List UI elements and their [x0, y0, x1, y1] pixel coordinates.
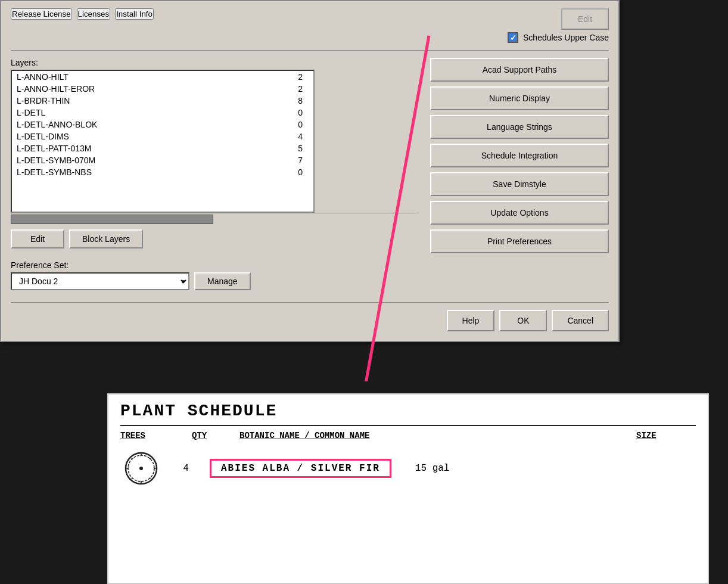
- list-item[interactable]: L-DETL-PATT-013M5: [12, 142, 313, 154]
- top-buttons-group: Release License Licenses Install Info: [11, 8, 154, 20]
- layer-name: L-DETL-PATT-013M: [17, 144, 291, 153]
- plant-qty: 4: [162, 463, 210, 474]
- print-preferences-button[interactable]: Print Preferences: [430, 229, 609, 253]
- schedules-upper-case-checkbox[interactable]: [508, 32, 518, 43]
- ok-button[interactable]: OK: [499, 310, 547, 331]
- list-item[interactable]: L-DETL-ANNO-BLOK0: [12, 119, 313, 131]
- layer-num: 2: [291, 84, 309, 94]
- layer-name: L-DETL-ANNO-BLOK: [17, 120, 291, 129]
- layer-num: 0: [291, 167, 309, 177]
- pref-set-section: Preference Set: JH Docu 2 Manage: [11, 260, 418, 290]
- release-license-button[interactable]: Release License: [11, 8, 72, 20]
- layer-name: L-ANNO-HILT: [17, 72, 291, 82]
- right-panel: Acad Support PathsNumeric DisplayLanguag…: [430, 58, 609, 290]
- plant-schedule-divider: [120, 425, 696, 426]
- layer-num: 8: [291, 96, 309, 105]
- pref-set-row: JH Docu 2 Manage: [11, 272, 418, 290]
- pref-set-select[interactable]: JH Docu 2: [11, 272, 189, 290]
- list-item[interactable]: L-DETL-SYMB-NBS0: [12, 166, 313, 178]
- layer-name: L-DETL-SYMB-NBS: [17, 167, 291, 177]
- dialog: Release License Licenses Install Info Ed…: [0, 0, 620, 342]
- layers-label: Layers:: [11, 58, 418, 67]
- layer-num: 7: [291, 156, 309, 165]
- manage-button[interactable]: Manage: [194, 272, 251, 290]
- acad-support-paths-button[interactable]: Acad Support Paths: [430, 58, 609, 82]
- layer-name: L-DETL: [17, 108, 291, 117]
- plant-schedule-title: PLANT SCHEDULE: [108, 394, 708, 420]
- update-options-button[interactable]: Update Options: [430, 201, 609, 225]
- language-strings-button[interactable]: Language Strings: [430, 115, 609, 139]
- cancel-button[interactable]: Cancel: [552, 310, 609, 331]
- schedules-upper-case-label: Schedules Upper Case: [523, 33, 609, 42]
- layer-name: L-BRDR-THIN: [17, 96, 291, 105]
- layers-hscrollbar-thumb[interactable]: [11, 215, 213, 224]
- layers-list[interactable]: L-ANNO-HILT2L-ANNO-HILT-EROR2L-BRDR-THIN…: [12, 71, 313, 212]
- layer-num: 4: [291, 132, 309, 141]
- pref-set-label: Preference Set:: [11, 260, 418, 270]
- list-item[interactable]: L-ANNO-HILT2: [12, 71, 313, 83]
- plant-size: 15 gal: [415, 463, 475, 474]
- top-right-controls: Edit Schedules Upper Case: [508, 8, 609, 45]
- licenses-button[interactable]: Licenses: [77, 8, 111, 20]
- schedules-upper-case-row: Schedules Upper Case: [508, 32, 609, 43]
- schedule-integration-button[interactable]: Schedule Integration: [430, 144, 609, 167]
- layers-list-container: L-ANNO-HILT2L-ANNO-HILT-EROR2L-BRDR-THIN…: [11, 70, 315, 213]
- layers-hscrollbar[interactable]: [11, 213, 418, 225]
- edit-layers-button[interactable]: Edit: [11, 229, 64, 248]
- pref-set-select-wrapper: JH Docu 2: [11, 272, 189, 290]
- list-item[interactable]: L-BRDR-THIN8: [12, 95, 313, 107]
- numeric-display-button[interactable]: Numeric Display: [430, 86, 609, 110]
- tree-symbol-icon: [123, 451, 159, 486]
- plant-schedule-panel: PLANT SCHEDULE TREES QTY BOTANIC NAME / …: [107, 393, 709, 584]
- left-panel: Layers: L-ANNO-HILT2L-ANNO-HILT-EROR2L-B…: [11, 58, 418, 290]
- section-divider: [11, 50, 609, 51]
- layer-num: 2: [291, 72, 309, 82]
- layer-num: 0: [291, 120, 309, 129]
- block-layers-button[interactable]: Block Layers: [69, 229, 143, 248]
- plant-botname-highlighted: ABIES ALBA / SILVER FIR: [210, 459, 391, 478]
- layer-name: L-ANNO-HILT-EROR: [17, 84, 291, 94]
- layer-num: 5: [291, 144, 309, 153]
- bottom-buttons: Help OK Cancel: [11, 302, 609, 331]
- top-row: Release License Licenses Install Info Ed…: [11, 8, 609, 45]
- save-dimstyle-button[interactable]: Save Dimstyle: [430, 172, 609, 196]
- main-content: Layers: L-ANNO-HILT2L-ANNO-HILT-EROR2L-B…: [11, 58, 609, 290]
- plant-row: 4 ABIES ALBA / SILVER FIR 15 gal: [108, 445, 708, 492]
- plant-schedule-header: TREES QTY BOTANIC NAME / COMMON NAME SIZ…: [108, 431, 708, 440]
- list-item[interactable]: L-ANNO-HILT-EROR2: [12, 83, 313, 95]
- list-item[interactable]: L-DETL-DIMS4: [12, 131, 313, 142]
- svg-point-4: [139, 467, 143, 470]
- layer-num: 0: [291, 108, 309, 117]
- list-item[interactable]: L-DETL0: [12, 107, 313, 119]
- edit-button-top[interactable]: Edit: [561, 8, 609, 30]
- header-botname: BOTANIC NAME / COMMON NAME: [239, 431, 636, 440]
- list-item[interactable]: L-DETL-SYMB-070M7: [12, 154, 313, 166]
- help-button[interactable]: Help: [447, 310, 495, 331]
- plant-icon: [120, 448, 162, 489]
- header-qty: QTY: [192, 431, 239, 440]
- layer-buttons: Edit Block Layers: [11, 229, 418, 248]
- header-size: SIZE: [636, 431, 696, 440]
- header-type: TREES: [120, 431, 192, 440]
- install-info-button[interactable]: Install Info: [115, 8, 154, 20]
- layer-name: L-DETL-DIMS: [17, 132, 291, 141]
- layer-name: L-DETL-SYMB-070M: [17, 156, 291, 165]
